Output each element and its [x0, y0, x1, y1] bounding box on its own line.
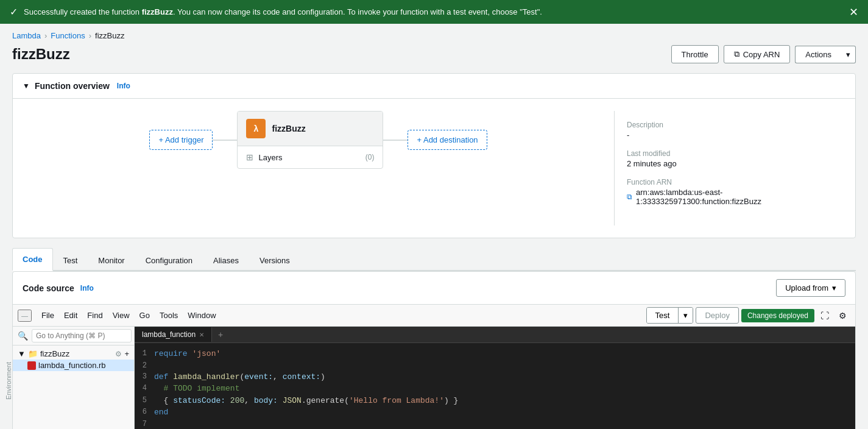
overview-info-panel: Description - Last modified 2 minutes ag… [614, 111, 845, 225]
description-value: - [627, 130, 833, 140]
diagram-inner: + Add trigger λ fizzBuzz ⊞ Layers ( [149, 111, 487, 169]
toolbar-tools-menu[interactable]: Tools [157, 310, 180, 321]
sidebar-tools: 🔍 [13, 327, 134, 346]
function-overview-title: Function overview [35, 81, 110, 91]
last-modified-value: 2 minutes ago [627, 159, 833, 168]
code-editor[interactable]: lambda_function ✕ + 1 require 'json' 2 [135, 327, 855, 429]
layers-label: Layers [258, 153, 282, 162]
goto-anything-input[interactable] [32, 329, 132, 342]
tabs-bar: Code Test Monitor Configuration Aliases … [12, 248, 856, 271]
layers-left: ⊞ Layers [246, 152, 282, 162]
description-label: Description [627, 121, 833, 129]
fullscreen-icon-button[interactable]: ⛶ [817, 309, 833, 322]
actions-button-group: Actions ▾ [795, 45, 856, 63]
last-modified-label: Last modified [627, 149, 833, 158]
copy-icon-small: ⧉ [734, 49, 739, 59]
breadcrumb-lambda-link[interactable]: Lambda [12, 31, 41, 40]
changes-deployed-badge: Changes deployed [741, 309, 814, 322]
function-arn-row: Function ARN ⧉ arn:aws:lambda:us-east-1:… [627, 178, 833, 206]
function-diagram: + Add trigger λ fizzBuzz ⊞ Layers ( [23, 111, 614, 169]
collapse-icon[interactable]: ▼ [23, 82, 30, 90]
breadcrumb-sep-1: › [44, 31, 47, 40]
folder-icon: 📁 [28, 349, 38, 358]
breadcrumb: Lambda › Functions › fizzBuzz [12, 24, 856, 45]
toolbar-edit-menu[interactable]: Edit [62, 310, 80, 321]
function-overview-body: + Add trigger λ fizzBuzz ⊞ Layers ( [13, 99, 855, 238]
tab-monitor[interactable]: Monitor [88, 249, 135, 271]
editor-sidebar: 🔍 ▼ 📁 fizzBuzz ⚙ + lambda_function.rb [13, 327, 135, 429]
breadcrumb-functions-link[interactable]: Functions [51, 31, 85, 40]
tab-test[interactable]: Test [53, 249, 88, 271]
function-box: λ fizzBuzz ⊞ Layers (0) [237, 111, 383, 169]
success-banner: ✓ Successfully created the function fizz… [0, 0, 868, 24]
actions-main-button[interactable]: Actions [795, 46, 841, 63]
function-box-header: λ fizzBuzz [238, 112, 383, 146]
folder-gear-icon[interactable]: ⚙ [115, 350, 122, 358]
test-main-button[interactable]: Test [647, 308, 679, 323]
add-trigger-button[interactable]: + Add trigger [149, 130, 213, 150]
file-name: lambda_function.rb [38, 361, 106, 370]
page-header: fizzBuzz Throttle ⧉ Copy ARN Actions ▾ [12, 45, 856, 63]
connector-line-left [213, 140, 237, 141]
folder-add-icon[interactable]: + [124, 349, 129, 358]
add-destination-button[interactable]: + Add destination [408, 130, 487, 150]
code-source-header: Code source Info Upload from ▾ [13, 272, 855, 305]
upload-from-chevron-icon: ▾ [832, 283, 836, 292]
connector-line-right [383, 140, 408, 141]
toolbar-view-menu[interactable]: View [110, 310, 132, 321]
banner-close-button[interactable]: ✕ [849, 5, 858, 19]
toolbar-window-menu[interactable]: Window [185, 310, 218, 321]
tab-code[interactable]: Code [12, 248, 53, 271]
function-box-layers[interactable]: ⊞ Layers (0) [238, 146, 383, 168]
file-tree-folder[interactable]: ▼ 📁 fizzBuzz ⚙ + [13, 348, 134, 360]
breadcrumb-current: fizzBuzz [95, 31, 124, 40]
editor-toolbar: — File Edit Find View Go Tools Window Te… [13, 305, 855, 327]
toolbar-find-menu[interactable]: Find [85, 310, 105, 321]
toolbar-file-menu[interactable]: File [39, 310, 57, 321]
lambda-icon: λ [246, 119, 266, 138]
code-line-3: 3 def lambda_handler(event:, context:) [135, 371, 855, 383]
function-box-name: fizzBuzz [272, 124, 305, 133]
upload-from-button[interactable]: Upload from ▾ [776, 279, 845, 297]
tab-configuration[interactable]: Configuration [135, 249, 203, 271]
sidebar-search-icon[interactable]: 🔍 [18, 331, 28, 341]
page-title: fizzBuzz [12, 46, 70, 63]
code-line-7: 7 [135, 419, 855, 430]
test-dropdown-button[interactable]: ▾ [678, 308, 693, 323]
function-arn-value: arn:aws:lambda:us-east-1:3333325971300:f… [636, 188, 833, 206]
ruby-file-icon [27, 361, 36, 370]
toolbar-go-menu[interactable]: Go [137, 310, 152, 321]
toolbar-menu: File Edit Find View Go Tools Window [39, 310, 219, 321]
code-content: 1 require 'json' 2 3 def lambda_handler(… [135, 343, 855, 429]
add-editor-tab-button[interactable]: + [212, 327, 229, 342]
environment-label: Environment [2, 357, 15, 405]
deploy-button[interactable]: Deploy [696, 307, 738, 324]
editor-tab-label: lambda_function [142, 330, 196, 339]
code-line-2: 2 [135, 360, 855, 371]
settings-icon-button[interactable]: ⚙ [835, 309, 850, 322]
layers-icon: ⊞ [246, 152, 253, 162]
last-modified-row: Last modified 2 minutes ago [627, 149, 833, 168]
editor-tab-close-icon[interactable]: ✕ [199, 332, 204, 338]
function-overview-info-link[interactable]: Info [117, 82, 130, 90]
toolbar-minimize-button[interactable]: — [18, 310, 32, 322]
tab-versions[interactable]: Versions [249, 249, 300, 271]
editor-tab-lambda[interactable]: lambda_function ✕ [135, 327, 212, 342]
toolbar-right: Test ▾ Deploy Changes deployed ⛶ ⚙ [646, 307, 850, 324]
code-source-info-link[interactable]: Info [80, 284, 94, 292]
code-line-4: 4 # TODO implement [135, 383, 855, 395]
copy-arn-button[interactable]: ⧉ Copy ARN [724, 45, 791, 63]
tab-aliases[interactable]: Aliases [203, 249, 249, 271]
folder-name: fizzBuzz [40, 349, 69, 358]
breadcrumb-sep-2: › [89, 31, 91, 40]
code-source-card: Code source Info Upload from ▾ — File Ed… [12, 271, 856, 429]
arn-copy-icon[interactable]: ⧉ [627, 193, 632, 201]
description-row: Description - [627, 121, 833, 140]
code-source-title: Code source Info [23, 283, 94, 293]
file-tree-item-lambda[interactable]: lambda_function.rb [13, 360, 134, 371]
throttle-button[interactable]: Throttle [671, 45, 719, 63]
actions-dropdown-button[interactable]: ▾ [841, 46, 856, 63]
code-line-6: 6 end [135, 406, 855, 419]
banner-text: Successfully created the function fizzBu… [24, 7, 542, 16]
editor-area: 🔍 ▼ 📁 fizzBuzz ⚙ + lambda_function.rb [13, 327, 855, 429]
